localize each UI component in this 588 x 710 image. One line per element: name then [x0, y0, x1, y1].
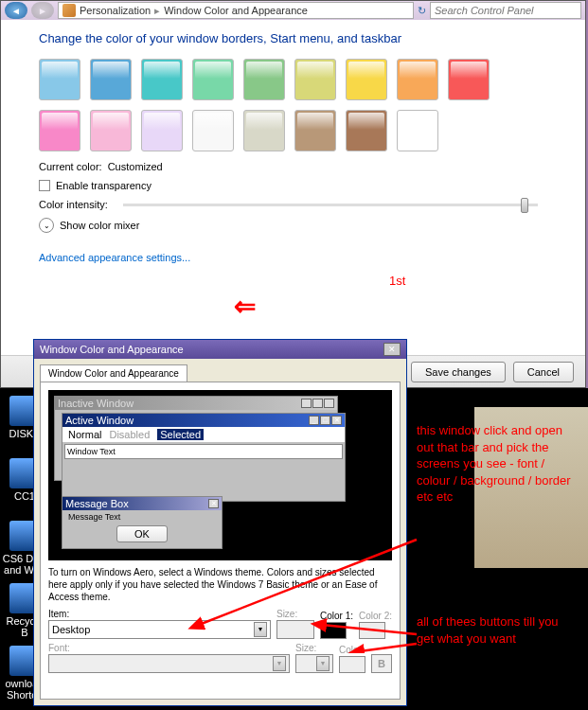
titlebar: ◄ ► Personalization ▸ Window Color and A… [1, 1, 585, 20]
bold-field: B [371, 643, 392, 673]
color1-picker[interactable] [320, 622, 347, 639]
color2-field: Color 2: [359, 611, 392, 639]
refresh-icon[interactable]: ↻ [418, 5, 426, 17]
item-row: Item: Desktop ▼ Size: Color 1: Color 2: [48, 609, 392, 639]
color-swatch[interactable] [397, 59, 438, 100]
color-swatch[interactable] [346, 59, 387, 100]
transparency-checkbox[interactable] [39, 180, 50, 191]
window-controls: _□✕ [309, 416, 342, 425]
chevron-icon: ▸ [154, 5, 160, 17]
annotation-3: all of thees buttons till you get what y… [417, 613, 578, 647]
message-text: Message Text [62, 510, 222, 524]
color-swatch[interactable] [192, 59, 234, 100]
color-swatch[interactable] [39, 110, 80, 151]
chevron-down-icon[interactable]: ▼ [254, 622, 267, 637]
item-field: Item: Desktop ▼ [48, 609, 271, 639]
control-panel-window: ◄ ► Personalization ▸ Window Color and A… [0, 0, 586, 388]
tab-appearance[interactable]: Window Color and Appearance [40, 364, 187, 382]
color-swatch[interactable] [397, 110, 438, 151]
font-combo: ▼ [48, 654, 290, 673]
size-spinner [276, 620, 314, 639]
message-box: Message Box ✕ Message Text OK [62, 496, 223, 549]
active-titlebar: Active Window _□✕ [62, 414, 345, 427]
slider-thumb[interactable] [521, 198, 528, 213]
current-color-label: Current color: [39, 161, 102, 172]
dialog-titlebar[interactable]: Window Color and Appearance ✕ [34, 340, 406, 359]
color-swatch[interactable] [39, 59, 80, 100]
color-swatch[interactable] [192, 110, 234, 151]
inactive-titlebar: Inactive Window _□✕ [55, 397, 337, 410]
bold-button: B [371, 654, 392, 673]
folder-icon [62, 4, 76, 17]
color-swatch[interactable] [294, 110, 336, 151]
msgbox-titlebar: Message Box ✕ [62, 497, 222, 510]
annotation-2: this window click and open out that bar … [417, 422, 578, 506]
color-swatch[interactable] [294, 59, 336, 100]
swatch-row-1 [39, 59, 547, 100]
font-size-combo: ▼ [295, 654, 333, 673]
color-swatch[interactable] [90, 59, 132, 100]
window-controls: _□✕ [301, 399, 334, 408]
save-button[interactable]: Save changes [411, 362, 506, 382]
annotation-1st: 1st [389, 274, 405, 288]
swatch-row-2 [39, 110, 547, 151]
color-swatch[interactable] [141, 110, 183, 151]
search-input[interactable] [430, 2, 581, 19]
font-color-picker [339, 656, 365, 673]
breadcrumb-current[interactable]: Window Color and Appearance [164, 5, 308, 16]
cancel-button[interactable]: Cancel [513, 362, 574, 382]
intensity-row: Color intensity: [39, 199, 547, 210]
active-window: Active Window _□✕ Normal Disabled Select… [62, 413, 346, 502]
window-text: Window Text [64, 444, 343, 459]
help-text: To turn on Windows Aero, select a Window… [48, 566, 392, 603]
intensity-slider[interactable] [123, 204, 538, 206]
item-combo[interactable]: Desktop ▼ [48, 620, 271, 639]
arrow-1: ⇐ [234, 291, 256, 322]
font-row: Font: ▼ Size: ▼ Color: B [48, 643, 392, 673]
breadcrumb-root[interactable]: Personalization [80, 5, 151, 16]
transparency-row: Enable transparency [39, 180, 547, 191]
color-swatch[interactable] [243, 110, 285, 151]
color-swatch[interactable] [243, 59, 285, 100]
menu-bar: Normal Disabled Selected [62, 427, 345, 442]
cp-body: Change the color of your window borders,… [1, 20, 585, 275]
dialog-title: Window Color and Appearance [40, 344, 184, 355]
color-swatch[interactable] [90, 110, 132, 151]
advanced-link[interactable]: Advanced appearance settings... [39, 252, 190, 263]
color1-field: Color 1: [320, 611, 353, 639]
intensity-label: Color intensity: [39, 199, 108, 210]
page-title: Change the color of your window borders,… [39, 31, 547, 45]
tab-content: Inactive Window _□✕ Active Window _□✕ No… [40, 382, 401, 700]
appearance-dialog: Window Color and Appearance ✕ Window Col… [33, 339, 407, 706]
font-field: Font: ▼ [48, 643, 290, 673]
msgbox-ok[interactable]: OK [116, 525, 168, 542]
color-swatch[interactable] [141, 59, 183, 100]
mixer-label: Show color mixer [60, 220, 139, 231]
mixer-row: ⌄ Show color mixer [39, 218, 547, 233]
expand-mixer-button[interactable]: ⌄ [39, 218, 54, 233]
close-icon[interactable]: ✕ [383, 343, 401, 356]
breadcrumb[interactable]: Personalization ▸ Window Color and Appea… [58, 2, 414, 19]
forward-button[interactable]: ► [31, 2, 54, 19]
back-button[interactable]: ◄ [5, 2, 27, 19]
transparency-label: Enable transparency [56, 180, 151, 191]
color-swatch[interactable] [346, 110, 387, 151]
color-swatch[interactable] [448, 59, 490, 100]
size-field: Size: [276, 609, 314, 639]
font-size-field: Size: ▼ [295, 643, 333, 673]
current-color-value: Customized [108, 161, 163, 172]
dialog-body: Window Color and Appearance Inactive Win… [34, 359, 406, 705]
font-color-field: Color: [339, 645, 365, 673]
color2-picker [359, 622, 385, 639]
preview-pane: Inactive Window _□✕ Active Window _□✕ No… [48, 390, 392, 560]
current-color-row: Current color: Customized [39, 161, 547, 172]
